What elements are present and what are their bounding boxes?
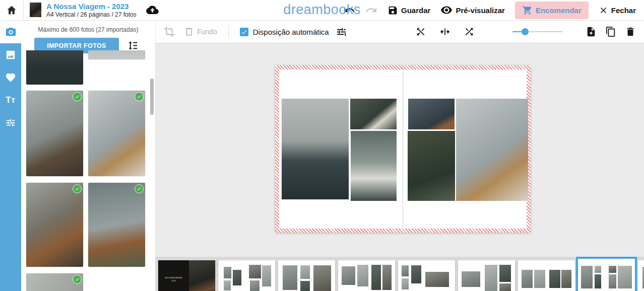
photo-slot[interactable] [350, 99, 397, 129]
project-subtitle: A4 Vertical / 26 páginas / 27 fotos [46, 11, 137, 18]
zoom-slider[interactable] [512, 28, 563, 35]
panel-photo-thumbnail[interactable] [26, 50, 83, 85]
filmstrip-page-thumbnail[interactable] [398, 260, 455, 291]
add-page-icon [586, 26, 597, 37]
filmstrip-page-thumbnail[interactable] [458, 260, 515, 291]
delete-icon [625, 26, 636, 37]
shuffle-button[interactable] [464, 26, 475, 37]
sidebar-item-layouts[interactable] [0, 43, 21, 66]
mini-photo-box [549, 270, 560, 288]
header-divider [23, 0, 24, 20]
order-button[interactable]: Encomendar [515, 2, 589, 19]
mini-photo-box [224, 267, 231, 278]
page-split-line [403, 69, 403, 229]
save-button[interactable]: Guardar [388, 5, 430, 16]
zoom-slider-thumb[interactable] [522, 28, 529, 35]
shuffle-left-icon [415, 26, 426, 37]
photo-used-badge [73, 275, 81, 283]
mini-photo-box [283, 265, 297, 290]
crop-icon [164, 26, 175, 37]
panel-photo-thumbnail[interactable] [26, 183, 83, 267]
check-icon [137, 94, 142, 99]
panel-photo-thumbnail[interactable] [88, 183, 145, 267]
mini-photo-box [462, 271, 480, 287]
tune-icon [336, 26, 347, 38]
panel-photo-thumbnail[interactable] [26, 273, 83, 291]
photo-count-label: Máximo de 600 fotos (27 importadas) [21, 26, 155, 33]
photo-slot[interactable] [351, 131, 397, 201]
redo-button[interactable] [365, 4, 377, 16]
close-button[interactable]: Fechar [599, 6, 636, 15]
photo-used-badge [73, 93, 81, 101]
photo-slot[interactable] [282, 99, 349, 199]
crop-button[interactable] [164, 26, 175, 37]
cart-icon [522, 5, 533, 16]
cover-photo-area [189, 260, 215, 291]
mini-photo-box [402, 265, 409, 276]
sidebar-item-photos[interactable] [0, 21, 21, 43]
delete-page-button[interactable] [625, 26, 636, 37]
background-button[interactable]: Fundo [184, 27, 217, 37]
eye-icon [440, 4, 453, 16]
filmstrip-page-thumbnail[interactable] [278, 260, 335, 291]
mini-photo-box [499, 283, 511, 291]
mini-photo-box [342, 266, 355, 285]
cloud-sync-status [146, 5, 159, 16]
top-bar: A Nossa Viagem - 2023 A4 Vertical / 26 p… [0, 0, 644, 21]
sort-order-button[interactable] [127, 40, 139, 51]
mini-photo-box [250, 280, 260, 291]
filmstrip-page-thumbnail[interactable] [638, 260, 644, 291]
filmstrip-page-thumbnail[interactable] [338, 260, 395, 291]
filmstrip-page-thumbnail[interactable] [578, 259, 635, 291]
add-page-button[interactable] [586, 26, 597, 37]
main-area: Fundo Disposição automática [155, 21, 644, 291]
page-spread[interactable] [275, 65, 531, 233]
compress-icon [439, 26, 450, 37]
gallery-icon [5, 49, 16, 60]
panel-scrollbar[interactable] [150, 79, 154, 115]
trash-outline-icon [184, 27, 194, 37]
adjustments-icon [5, 117, 16, 128]
filmstrip-page-thumbnail[interactable] [218, 260, 275, 291]
filmstrip-cover-thumbnail[interactable]: A NOSSA VIAGEM2023 [158, 260, 215, 291]
photo-grid [21, 50, 155, 291]
mini-photo-box [522, 270, 533, 288]
duplicate-page-button[interactable] [605, 26, 616, 37]
layout-options-button[interactable] [336, 26, 347, 38]
photo-slot[interactable] [408, 99, 455, 129]
check-icon [241, 29, 247, 35]
auto-layout-checkbox[interactable] [240, 28, 248, 36]
preview-label: Pré-visualizar [456, 6, 505, 15]
panel-photo-thumbnail[interactable] [88, 91, 145, 176]
project-info: A Nossa Viagem - 2023 A4 Vertical / 26 p… [30, 2, 159, 18]
mini-photo-box [618, 266, 632, 288]
panel-photo-thumbnail[interactable] [88, 50, 145, 59]
panel-photo-thumbnail[interactable] [26, 91, 83, 176]
preview-button[interactable]: Pré-visualizar [440, 4, 505, 16]
compress-button[interactable] [439, 26, 450, 37]
sidebar-item-text[interactable]: Tт [0, 89, 21, 111]
mini-photo-box [224, 280, 231, 290]
photo-slot[interactable] [408, 131, 455, 201]
camera-icon [5, 26, 17, 38]
order-label: Encomendar [536, 6, 582, 15]
filmstrip-page-thumbnail[interactable] [518, 260, 575, 291]
mini-photo-box [411, 265, 421, 283]
editor-toolbar: Fundo Disposição automática [155, 21, 644, 43]
photo-slot[interactable] [456, 99, 528, 201]
text-Tt-icon: Tт [6, 95, 16, 105]
auto-layout-label: Disposição automática [253, 28, 329, 36]
project-thumbnail [30, 3, 41, 17]
check-icon [75, 277, 80, 282]
mini-photo-box [499, 265, 511, 282]
photo-used-badge [73, 185, 81, 193]
mini-photo-box [300, 265, 310, 279]
mini-photo-box [262, 265, 271, 286]
sidebar-item-favorites[interactable] [0, 66, 21, 89]
sidebar-item-settings[interactable] [0, 111, 21, 134]
home-button[interactable] [0, 0, 23, 20]
mini-photo-box [249, 265, 261, 278]
shuffle-left-button[interactable] [415, 26, 426, 37]
check-icon [75, 186, 80, 191]
home-icon [6, 5, 17, 16]
